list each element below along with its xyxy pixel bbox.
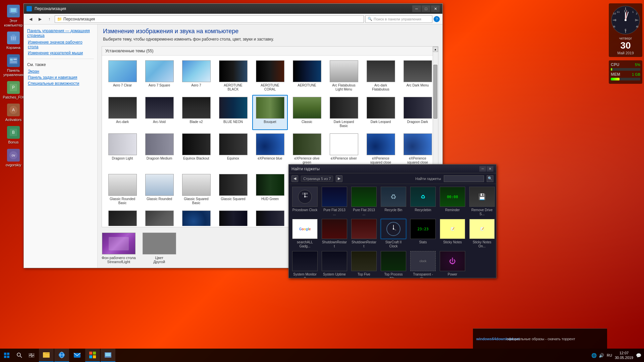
theme-item-glassic-rounded[interactable]: Glassic Rounded (142, 172, 177, 207)
svg-text:8: 8 (614, 25, 615, 28)
gadget-item-recyclebin2[interactable]: ♻Recyclebin (410, 187, 436, 216)
theme-item-glassic-rounded-basic[interactable]: Glassic Rounded Basic (105, 172, 140, 207)
nav-home-link[interactable]: Панель управления — домашняя страница (27, 28, 94, 38)
gadget-item-starcraft-clock[interactable]: StarCraft II Clock (380, 219, 407, 248)
gadget-item-shutdown-restart1[interactable]: ShutdownRestart (321, 219, 348, 248)
gadget-item-sticky-notes1[interactable]: 📝Sticky Notes (439, 219, 466, 248)
gadget-item-stats[interactable]: 23:23Stats (410, 219, 436, 248)
theme-item-aerotune-coral[interactable]: AEROTUNE CORAL (252, 58, 288, 94)
address-bar[interactable]: 📁 Персонализация (55, 15, 364, 23)
theme-item-arc-dark-menu[interactable]: Arc Dark Menu (400, 58, 435, 94)
theme-item-overwatch-dark[interactable]: Overwatch Dark (215, 208, 251, 226)
gadget-item-top-process[interactable]: Top Process Mo... (380, 251, 407, 278)
svg-text:P: P (12, 85, 15, 90)
nav-link-screen[interactable]: Экран (27, 69, 94, 74)
gadget-item-sticky-notes-on[interactable]: 📝Sticky Notes On... (469, 219, 495, 248)
gadget-item-system-monitor2[interactable]: System Monitor II (291, 251, 318, 278)
wallpaper-item[interactable]: Фон рабочего стола StreamofLight (102, 233, 136, 264)
theme-item-equinox[interactable]: Equinox (215, 131, 251, 171)
taskbar-app-mail[interactable] (70, 349, 85, 362)
theme-item-arc-flat-light[interactable]: Arc Flatabulous Light Menu (326, 58, 362, 94)
theme-item-aerotune[interactable]: AEROTUNE (289, 58, 325, 94)
theme-item-aero7square[interactable]: Aero 7 Square (142, 58, 177, 94)
theme-item-dragoon-light[interactable]: Dragoon Light (105, 131, 140, 171)
help-button[interactable]: ? (434, 16, 440, 22)
theme-item-aero7clear[interactable]: Aero 7 Clear (105, 58, 140, 94)
gadget-item-top-five[interactable]: Top Five (351, 251, 377, 278)
gadget-item-transparent-ck[interactable]: clockTransparent - ck... (410, 251, 436, 278)
theme-item-maverick-dark[interactable]: Maverick 10 Flat Darker (105, 208, 140, 226)
gadget-item-searchall[interactable]: GooglesearchALL Gadg... (291, 219, 318, 248)
gadget-item-reminder[interactable]: 00:08Reminder (439, 187, 466, 216)
theme-item-blade-v2[interactable]: Blade v2 (178, 95, 214, 130)
theme-item-dragoon-medium[interactable]: Dragoon Medium (142, 131, 177, 171)
desktop-icon-patches[interactable]: P Patches_FIX (1, 80, 25, 101)
gadget-item-shutdown-restart2[interactable]: ShutdownRestart (351, 219, 377, 248)
desktop-icon-basket[interactable]: Корзина (1, 30, 25, 51)
theme-item-glassic-squared[interactable]: Glassic Squared (215, 172, 251, 207)
theme-item-overwatch[interactable]: Overwatch (252, 208, 288, 226)
up-button[interactable]: ↑ (45, 15, 53, 23)
taskbar-app-explorer[interactable] (39, 349, 54, 362)
maximize-button[interactable]: □ (422, 5, 430, 12)
nav-link-taskbar[interactable]: Панель задач и навигация (27, 75, 94, 80)
theme-item-dark-leopard-basic[interactable]: Dark Leopard Basic (326, 95, 362, 130)
scrollbar-up-button[interactable]: ▲ (433, 47, 438, 52)
gadget-item-pricedown[interactable]: 22:28Pricedown Clock (291, 187, 318, 216)
start-button[interactable] (0, 349, 13, 362)
theme-item-experience-blue[interactable]: eXPerience blue (252, 131, 288, 171)
desktop-icon-panel[interactable]: Панель управления (1, 53, 25, 78)
theme-item-aero7[interactable]: Aero 7 (178, 58, 214, 94)
gadgets-search-button[interactable]: 🔍 (487, 175, 493, 182)
gadgets-next-button[interactable]: ▶ (336, 175, 342, 182)
notification-button[interactable]: 💬 (636, 353, 641, 358)
theme-item-equinox-black[interactable]: Equinox Blackout (178, 131, 214, 171)
theme-item-metro-x[interactable]: Metro X (178, 208, 214, 226)
forward-button[interactable]: ▶ (36, 15, 44, 23)
theme-item-blue-neon[interactable]: BLUE NEON (215, 95, 251, 130)
gadget-item-system-uptime[interactable]: System Uptime ... (321, 251, 348, 278)
gadget-preview-recyclebin2: ♻ (410, 187, 436, 207)
theme-item-arc-void[interactable]: Arc-Void (142, 95, 177, 130)
theme-item-bouquet[interactable]: Bouquet (252, 95, 288, 130)
gadgets-prev-button[interactable]: ◀ (291, 175, 298, 182)
desktop-icon-activators[interactable]: A Activators (1, 102, 25, 123)
theme-item-dark-leopard[interactable]: Dark Leopard (363, 95, 398, 130)
gadget-item-recycle-bin[interactable]: ♻Recycle Bin (380, 187, 407, 216)
gadget-item-power[interactable]: ⏻Power (439, 251, 466, 278)
gadgets-search-input[interactable] (444, 175, 484, 182)
theme-item-aerotune-black[interactable]: AEROTUNE BLACK (215, 58, 251, 94)
theme-item-arc-dark[interactable]: Arc-dark (105, 95, 140, 130)
theme-item-classic[interactable]: Classic (289, 95, 325, 130)
theme-item-hud-green[interactable]: HUD Green (252, 172, 288, 207)
taskbar-app-personalize[interactable] (101, 349, 115, 362)
themes-header: Установленные темы (55) (102, 47, 438, 56)
gadget-item-remove-drive[interactable]: 💾Remove Drive S... (469, 187, 495, 216)
desktop-icon-bonus[interactable]: B Bonus (1, 125, 25, 146)
scrollbar-thumb[interactable] (433, 65, 437, 119)
back-button[interactable]: ◀ (26, 15, 35, 23)
minimize-button[interactable]: ─ (412, 5, 421, 12)
theme-item-arc-dark-flat[interactable]: Arc-dark Flatabulous (363, 58, 398, 94)
theme-item-dragoon-dark[interactable]: Dragoon Dark (400, 95, 435, 130)
language-indicator[interactable]: RU (607, 353, 612, 357)
nav-link-mouse[interactable]: Изменение указателей мыши (27, 51, 94, 55)
taskbar-app-ie[interactable] (54, 349, 69, 362)
nav-link-accessibility[interactable]: Специальные возможности (27, 81, 94, 86)
desktop-icon-computer[interactable]: Этот компьютер (1, 3, 25, 29)
taskbar-search-button[interactable] (13, 349, 25, 361)
theme-name-dragoon-dark: Dragoon Dark (407, 120, 428, 124)
close-button[interactable]: ✕ (431, 5, 440, 12)
theme-item-glassic-squared-basic[interactable]: Glassic Squared Basic (178, 172, 214, 207)
taskbar-app-winstore[interactable] (85, 349, 100, 362)
gadgets-minimize[interactable]: ─ (479, 166, 486, 172)
task-view-button[interactable] (25, 349, 38, 361)
theme-item-maverick-lighter[interactable]: Maverick 10 Flat Lighter (142, 208, 177, 226)
nav-link-icons[interactable]: Изменение значков рабочего стола (27, 40, 94, 49)
color-item[interactable]: Цвет Другой (143, 233, 176, 264)
gadgets-close[interactable]: ✕ (487, 166, 493, 172)
desktop-icon-ovgorskiy[interactable]: ov ovgorskiy (1, 147, 25, 169)
gadget-item-pure-flat-2013-2[interactable]: Pure Flat 2013 ... (351, 187, 377, 216)
gadget-item-pure-flat-2013-1[interactable]: Pure Flat 2013 ... (321, 187, 348, 216)
search-bar[interactable]: 🔍 Поиск в панели управления (365, 15, 432, 23)
